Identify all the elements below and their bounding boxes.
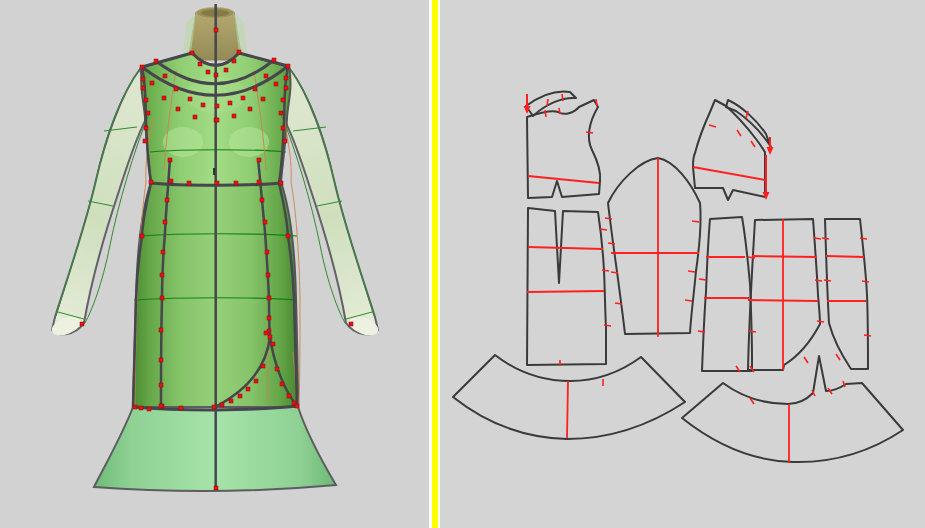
control-point[interactable] <box>241 96 245 100</box>
notch-mark[interactable] <box>611 272 618 273</box>
control-point[interactable] <box>212 405 216 409</box>
control-point[interactable] <box>232 114 236 118</box>
notch-mark[interactable] <box>817 321 824 322</box>
pattern-internal-line[interactable] <box>567 381 568 438</box>
notch-mark[interactable] <box>814 238 821 239</box>
control-point[interactable] <box>140 65 144 69</box>
control-point[interactable] <box>193 115 197 119</box>
notch-mark[interactable] <box>602 270 609 271</box>
control-point[interactable] <box>286 234 290 238</box>
notch-mark[interactable] <box>822 238 829 239</box>
control-point[interactable] <box>154 59 158 63</box>
control-point[interactable] <box>281 126 285 130</box>
notch-mark[interactable] <box>547 99 548 106</box>
notch-mark[interactable] <box>586 132 593 133</box>
notch-mark[interactable] <box>604 325 611 326</box>
control-point[interactable] <box>147 407 151 411</box>
notch-mark[interactable] <box>562 94 563 101</box>
control-point[interactable] <box>261 97 265 101</box>
control-point[interactable] <box>141 86 145 90</box>
notch-mark[interactable] <box>864 335 871 336</box>
control-point[interactable] <box>272 58 276 62</box>
notch-mark[interactable] <box>698 331 705 332</box>
control-point[interactable] <box>228 101 232 105</box>
notch-mark[interactable] <box>860 238 867 239</box>
control-point[interactable] <box>139 406 143 410</box>
notch-mark[interactable] <box>688 271 695 272</box>
control-point[interactable] <box>215 118 219 122</box>
control-point[interactable] <box>215 181 219 185</box>
control-point[interactable] <box>179 406 183 410</box>
notch-mark[interactable] <box>605 218 612 219</box>
control-point[interactable] <box>279 111 283 115</box>
notch-mark[interactable] <box>749 331 756 332</box>
pattern-internal-line[interactable] <box>826 256 864 257</box>
notch-mark[interactable] <box>545 110 546 117</box>
control-point[interactable] <box>149 180 153 184</box>
notch-mark[interactable] <box>836 354 840 360</box>
control-point[interactable] <box>281 98 285 102</box>
control-point[interactable] <box>286 64 290 68</box>
control-point[interactable] <box>165 198 169 202</box>
back-bodice-piece[interactable] <box>693 100 765 200</box>
control-point[interactable] <box>187 181 191 185</box>
notch-mark[interactable] <box>748 257 755 258</box>
control-point[interactable] <box>144 126 148 130</box>
pattern-internal-line[interactable] <box>528 176 599 183</box>
control-point[interactable] <box>284 76 288 80</box>
notch-mark[interactable] <box>804 357 808 363</box>
control-point[interactable] <box>168 158 172 162</box>
control-point[interactable] <box>266 273 270 277</box>
control-point[interactable] <box>246 387 250 391</box>
control-point[interactable] <box>257 180 261 184</box>
notch-mark[interactable] <box>608 243 615 244</box>
sleeve-piece[interactable] <box>608 158 701 334</box>
control-point[interactable] <box>220 403 224 407</box>
control-point[interactable] <box>284 86 288 90</box>
control-point[interactable] <box>267 316 271 320</box>
control-point[interactable] <box>268 335 272 339</box>
control-point[interactable] <box>159 383 163 387</box>
control-point[interactable] <box>253 87 257 91</box>
control-point[interactable] <box>146 111 150 115</box>
control-point[interactable] <box>141 77 145 81</box>
notch-mark[interactable] <box>685 300 692 301</box>
control-point[interactable] <box>162 96 166 100</box>
control-point[interactable] <box>188 97 192 101</box>
control-point[interactable] <box>80 322 84 326</box>
control-point[interactable] <box>234 181 238 185</box>
pattern-internal-line[interactable] <box>528 247 603 249</box>
notch-mark[interactable] <box>600 229 607 230</box>
control-point[interactable] <box>190 51 194 55</box>
control-point[interactable] <box>264 74 268 78</box>
notch-mark[interactable] <box>737 130 741 136</box>
pattern-internal-line[interactable] <box>693 167 765 180</box>
control-point[interactable] <box>287 394 291 398</box>
control-point[interactable] <box>279 181 283 185</box>
control-point[interactable] <box>260 198 264 202</box>
back-side-skirt-piece[interactable] <box>825 219 868 369</box>
control-point[interactable] <box>280 382 284 386</box>
control-point[interactable] <box>143 139 147 143</box>
control-point[interactable] <box>150 81 154 85</box>
pattern-internal-line[interactable] <box>752 256 817 257</box>
control-point[interactable] <box>161 250 165 254</box>
control-point[interactable] <box>261 364 265 368</box>
collar-band-back-piece[interactable] <box>726 100 771 147</box>
control-point[interactable] <box>144 98 148 102</box>
notch-mark[interactable] <box>709 125 716 127</box>
panel-divider[interactable] <box>429 0 440 528</box>
notch-mark[interactable] <box>615 303 622 304</box>
control-point[interactable] <box>248 107 252 111</box>
control-point[interactable] <box>206 70 210 74</box>
control-point[interactable] <box>214 486 218 490</box>
control-point[interactable] <box>163 74 167 78</box>
control-point[interactable] <box>283 139 287 143</box>
control-point[interactable] <box>159 404 163 408</box>
control-point[interactable] <box>274 82 278 86</box>
back-skirt-panel-piece[interactable] <box>748 219 820 370</box>
notch-mark[interactable] <box>824 280 831 281</box>
side-panel-piece[interactable] <box>702 217 752 371</box>
control-point[interactable] <box>214 28 218 32</box>
notch-mark[interactable] <box>862 281 869 282</box>
